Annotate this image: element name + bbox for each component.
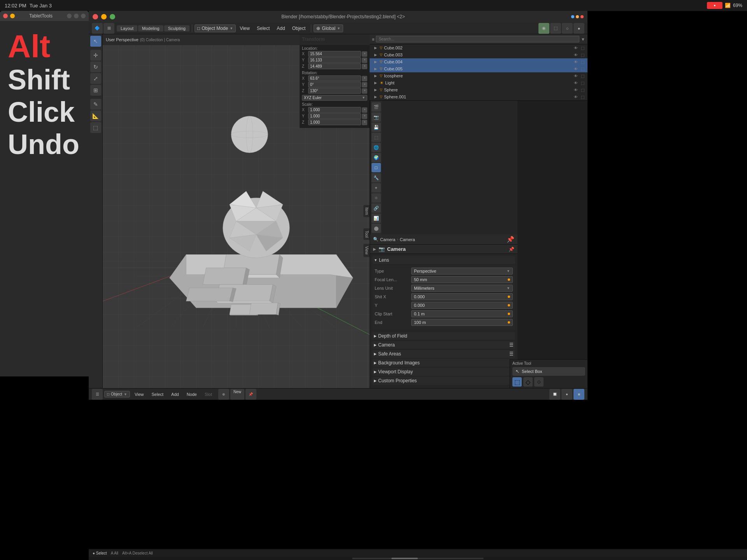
- outliner-item-sphere001[interactable]: ▶ ▽ Sphere.001 👁 ⬚: [370, 93, 587, 100]
- restrict-002[interactable]: ⬚: [581, 46, 584, 50]
- shift-y-value[interactable]: 0.000: [411, 302, 513, 309]
- tool-rotate[interactable]: ↻: [90, 61, 101, 72]
- outliner-item-sphere[interactable]: ▶ ▽ Sphere 👁 ⬚: [370, 86, 587, 93]
- tool-measure[interactable]: 📐: [90, 110, 101, 121]
- props-data-icon[interactable]: 📊: [372, 214, 381, 223]
- props-modifiers-icon[interactable]: 🔧: [372, 173, 381, 182]
- workspace-layout[interactable]: Layout: [117, 25, 137, 32]
- menu-object[interactable]: Object: [289, 25, 309, 32]
- outliner-item-cube004[interactable]: ▶ ▽ Cube.004 👁 ⬚: [370, 58, 587, 65]
- outliner-search[interactable]: [376, 36, 579, 42]
- tool-select-box[interactable]: ↖: [90, 36, 101, 47]
- custom-props-header[interactable]: ▶ Custom Properties: [372, 377, 515, 385]
- scroll-thumb[interactable]: [391, 558, 418, 559]
- bg-images-header[interactable]: ▶ Background Images: [372, 359, 515, 367]
- props-view-layer-icon[interactable]: ⬚: [372, 133, 381, 142]
- props-output-icon[interactable]: 💾: [372, 122, 381, 132]
- loc-x-icon[interactable]: ⚬: [362, 51, 367, 57]
- blender-minimize[interactable]: [101, 14, 107, 19]
- visibility-003[interactable]: 👁: [574, 53, 578, 57]
- blender-close[interactable]: [93, 14, 98, 19]
- restrict-light[interactable]: ⬚: [581, 81, 584, 85]
- tool-scale[interactable]: ⤢: [90, 73, 101, 84]
- viewport-shade-icon[interactable]: ■: [573, 389, 584, 400]
- props-world-icon[interactable]: 🌍: [372, 153, 381, 162]
- visibility-light[interactable]: 👁: [574, 81, 578, 85]
- outliner-item-light[interactable]: ▶ ☀ Light 👁 ⬚: [370, 79, 587, 86]
- blender-maximize[interactable]: [110, 14, 115, 19]
- bottom-menu-node[interactable]: Node: [184, 391, 200, 397]
- viewport-shading-material[interactable]: ○: [562, 23, 573, 34]
- bottom-icon-2[interactable]: 📌: [245, 389, 256, 400]
- menu-view[interactable]: View: [237, 25, 253, 32]
- restrict-004[interactable]: ⬚: [581, 60, 584, 64]
- tool-tab[interactable]: Tool: [363, 228, 370, 240]
- bc-camera-scene[interactable]: Camera: [380, 237, 395, 242]
- bottom-menu-add[interactable]: Add: [168, 391, 182, 397]
- visibility-005[interactable]: 👁: [574, 67, 578, 71]
- blender-logo[interactable]: 🔷: [92, 23, 103, 34]
- scale-x[interactable]: 1.000: [308, 107, 361, 113]
- type-dropdown[interactable]: Perspective ▼: [411, 268, 513, 275]
- props-scene-icon[interactable]: 🎬: [372, 102, 381, 112]
- outliner-item-cube005[interactable]: ▶ ▽ Cube.005 👁 ⬚: [370, 65, 587, 72]
- tool-transform[interactable]: ⊞: [90, 85, 101, 96]
- location-z[interactable]: 14.489: [308, 63, 361, 69]
- dof-section-header[interactable]: ▶ Depth of Field: [372, 332, 515, 340]
- tool-mode-lasso-icon[interactable]: ◇: [523, 377, 533, 387]
- outliner-item-cube003[interactable]: ▶ ▽ Cube.003 👁 ⬚: [370, 51, 587, 58]
- loc-z-icon[interactable]: ⚬: [362, 64, 367, 69]
- shift-x-value[interactable]: 0.000: [411, 293, 513, 300]
- props-physics-icon[interactable]: ⚛: [372, 193, 381, 203]
- rotation-z[interactable]: 130°: [308, 88, 361, 94]
- workspace-modeling[interactable]: Modeling: [138, 25, 163, 32]
- snap-icon[interactable]: 🔲: [549, 389, 560, 400]
- bottom-object-select[interactable]: □ Object ▼: [104, 391, 130, 397]
- tool-add[interactable]: ⬚: [90, 122, 101, 133]
- tool-annotate[interactable]: ✎: [90, 99, 101, 110]
- scale-z[interactable]: 1.000: [308, 119, 361, 125]
- clip-end-value[interactable]: 100 m: [411, 319, 513, 326]
- restrict-005[interactable]: ⬚: [581, 67, 584, 71]
- clip-start-value[interactable]: 0.1 m: [411, 310, 513, 317]
- transform-orientation-select[interactable]: ⊕ Global ▼: [314, 24, 343, 32]
- viewport-display-header[interactable]: ▶ Viewport Display: [372, 368, 515, 376]
- workspace-sculpting[interactable]: Sculpting: [164, 25, 189, 32]
- viewport-shading-render[interactable]: ●: [573, 23, 584, 34]
- rotation-x[interactable]: 63.6°: [308, 75, 361, 81]
- props-render-icon[interactable]: 📷: [372, 112, 381, 122]
- visibility-sphere001[interactable]: 👁: [574, 95, 578, 99]
- menu-add[interactable]: Add: [274, 25, 288, 32]
- bc-camera-obj[interactable]: Camera: [400, 237, 415, 242]
- restrict-ico[interactable]: ⬚: [581, 74, 584, 78]
- view-tab[interactable]: View: [363, 244, 370, 257]
- bottom-view-icon[interactable]: ☰: [92, 389, 103, 400]
- location-x[interactable]: 15.564: [308, 51, 361, 57]
- menu-select[interactable]: Select: [254, 25, 273, 32]
- outliner-filter-icon[interactable]: ▼: [581, 37, 585, 42]
- bottom-menu-select[interactable]: Select: [149, 391, 167, 397]
- rot-x-icon[interactable]: ⚬: [362, 76, 367, 81]
- bc-pin-icon[interactable]: 📌: [507, 236, 514, 243]
- rot-z-icon[interactable]: ⚬: [362, 88, 367, 94]
- outliner-item-icosphere[interactable]: ▶ ▽ Icosphere 👁 ⬚: [370, 72, 587, 79]
- camera-pin-icon[interactable]: 📌: [509, 247, 514, 252]
- item-tab[interactable]: Item: [363, 205, 370, 217]
- scale-z-icon[interactable]: ⚬: [362, 120, 367, 125]
- safe-menu-icon[interactable]: ☰: [509, 351, 514, 357]
- rotation-y[interactable]: 0°: [308, 82, 361, 88]
- loc-y-icon[interactable]: ⚬: [362, 58, 367, 63]
- props-constraints-icon[interactable]: 🔗: [372, 203, 381, 213]
- scale-y-icon[interactable]: ⚬: [362, 114, 367, 119]
- object-mode-select[interactable]: □ Object Mode ▼: [195, 24, 236, 32]
- cam-section-menu-icon[interactable]: ☰: [509, 342, 514, 348]
- outliner-item-cube002[interactable]: ▶ ▽ Cube.002 👁 ⬚: [370, 44, 587, 51]
- win-btn-3[interactable]: [81, 14, 86, 18]
- viewport-3d[interactable]: User Perspective (0) Collection | Camera: [103, 34, 370, 388]
- win-btn-2[interactable]: [74, 14, 79, 18]
- visibility-002[interactable]: 👁: [574, 46, 578, 50]
- visibility-ico[interactable]: 👁: [574, 74, 578, 78]
- location-y[interactable]: 16.133: [308, 57, 361, 63]
- lens-unit-dropdown[interactable]: Millimeters ▼: [411, 285, 513, 292]
- props-scene2-icon[interactable]: 🌐: [372, 143, 381, 152]
